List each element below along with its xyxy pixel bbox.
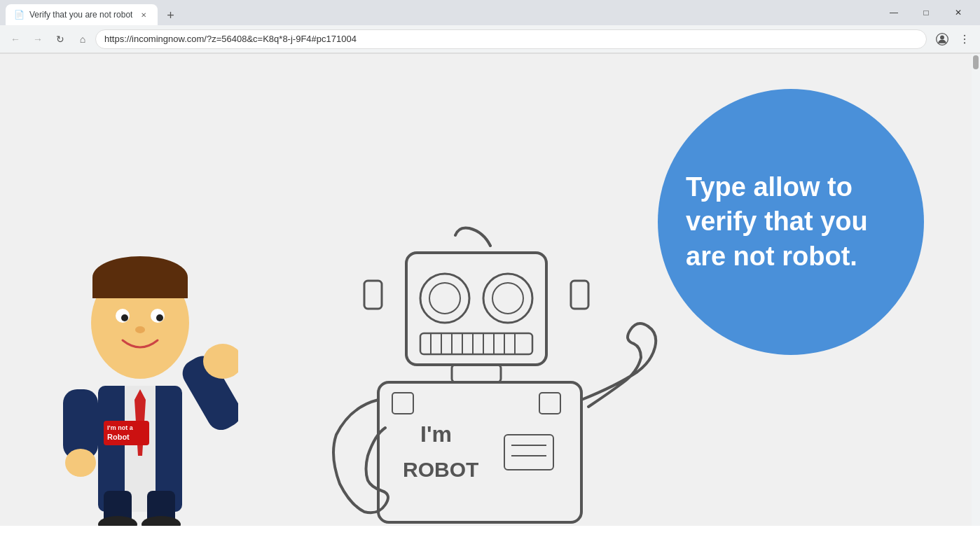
url-input[interactable]	[104, 34, 918, 44]
svg-point-17	[156, 314, 163, 321]
active-tab[interactable]: 📄 Verify that you are not robot ✕	[6, 4, 158, 25]
tab-favicon: 📄	[14, 10, 24, 20]
svg-text:I'm not a: I'm not a	[107, 424, 134, 431]
account-button[interactable]	[932, 29, 952, 49]
svg-rect-28	[406, 253, 546, 365]
svg-point-32	[492, 283, 523, 314]
menu-button[interactable]	[955, 29, 974, 49]
svg-rect-50	[539, 393, 560, 414]
svg-point-1	[940, 35, 944, 39]
url-bar[interactable]	[95, 29, 927, 49]
svg-rect-13	[92, 277, 188, 298]
svg-point-21	[65, 449, 96, 477]
svg-text:ROBOT: ROBOT	[403, 458, 478, 481]
browser-chrome: 📄 Verify that you are not robot ✕ + — □ …	[0, 0, 980, 54]
robot-character: I'm ROBOT	[322, 225, 672, 526]
svg-rect-48	[571, 281, 588, 309]
circle-text: Type allow to verify that you are not ro…	[686, 170, 896, 274]
tab-title: Verify that you are not robot	[29, 10, 132, 20]
forward-button[interactable]: →	[28, 29, 48, 49]
browser-actions	[932, 29, 974, 49]
svg-point-2	[964, 34, 965, 36]
scrollbar-thumb[interactable]	[973, 55, 979, 69]
man-character: I'm not a Robot	[42, 232, 238, 526]
home-button[interactable]: ⌂	[73, 29, 92, 49]
new-tab-button[interactable]: +	[160, 6, 180, 25]
svg-text:Robot: Robot	[107, 433, 130, 441]
tabs-bar: 📄 Verify that you are not robot ✕ + — □ …	[0, 0, 980, 25]
svg-point-4	[964, 42, 965, 43]
svg-rect-43	[452, 365, 501, 382]
svg-point-3	[964, 38, 965, 39]
window-controls: — □ ✕	[878, 0, 974, 25]
svg-rect-49	[392, 393, 413, 414]
svg-point-27	[135, 326, 145, 333]
svg-text:I'm: I'm	[420, 421, 452, 447]
scrollbar[interactable]	[972, 54, 980, 526]
svg-point-31	[483, 274, 532, 323]
svg-point-16	[121, 314, 128, 321]
maximize-button[interactable]: □	[910, 0, 942, 25]
svg-point-29	[420, 274, 469, 323]
address-bar: ← → ↻ ⌂	[0, 25, 980, 53]
svg-rect-51	[504, 435, 553, 470]
blue-circle: Type allow to verify that you are not ro…	[658, 89, 924, 355]
svg-rect-47	[364, 281, 382, 309]
close-button[interactable]: ✕	[942, 0, 974, 25]
page-content: Type allow to verify that you are not ro…	[0, 54, 980, 526]
reload-button[interactable]: ↻	[50, 29, 70, 49]
minimize-button[interactable]: —	[878, 0, 910, 25]
svg-rect-44	[378, 382, 581, 522]
tab-close-button[interactable]: ✕	[138, 9, 149, 20]
svg-point-30	[429, 283, 460, 314]
back-button[interactable]: ←	[6, 29, 25, 49]
